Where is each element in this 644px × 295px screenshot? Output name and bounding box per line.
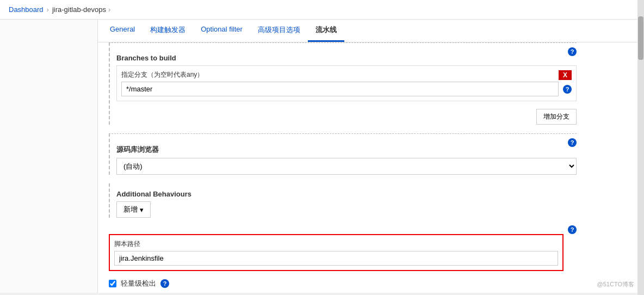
scrollbar-track xyxy=(637,0,644,293)
watermark: @51CTO博客 xyxy=(597,280,634,288)
breadcrumb-separator-1: › xyxy=(47,5,49,14)
new-behaviour-dropdown-arrow: ▾ xyxy=(140,206,144,214)
breadcrumb-project: jira-gitlab-devops › xyxy=(52,5,110,14)
breadcrumb-dashboard[interactable]: Dashboard xyxy=(9,5,44,14)
lightweight-checkout-label[interactable]: 轻量级检出 xyxy=(121,279,156,288)
form-content: Branches to build ? X 指定分支（为空时代表any） ? 增… xyxy=(98,42,587,293)
tab-build-triggers[interactable]: 构建触发器 xyxy=(143,20,193,42)
branch-input[interactable] xyxy=(121,82,559,96)
script-path-inner: 脚本路径 xyxy=(109,225,564,271)
new-behaviour-button[interactable]: 新增 ▾ xyxy=(116,201,151,218)
source-browser-help-icon[interactable]: ? xyxy=(568,138,577,147)
branch-row: X 指定分支（为空时代表any） ? xyxy=(116,65,577,101)
branches-title: Branches to build xyxy=(116,47,176,65)
lightweight-checkout-checkbox[interactable] xyxy=(109,280,116,287)
lightweight-checkout-help-icon[interactable]: ? xyxy=(160,279,169,288)
tab-optional-filter[interactable]: Optional filter xyxy=(193,20,250,42)
tabs-bar: General 构建触发器 Optional filter 高级项目选项 流水线 xyxy=(98,20,644,42)
source-browser-select[interactable]: (自动) xyxy=(116,158,577,175)
scrollbar-thumb[interactable] xyxy=(638,16,643,60)
main-layout: General 构建触发器 Optional filter 高级项目选项 流水线… xyxy=(0,20,644,293)
source-browser-section: 源码库浏览器 ? (自动) xyxy=(109,133,577,175)
lightweight-checkout-row: 轻量级检出 ? xyxy=(109,279,577,288)
tab-general[interactable]: General xyxy=(102,20,143,42)
branches-help-icon[interactable]: ? xyxy=(568,47,577,56)
content-area: General 构建触发器 Optional filter 高级项目选项 流水线… xyxy=(98,20,644,293)
additional-behaviours-section: Additional Behaviours 新增 ▾ xyxy=(109,183,577,218)
script-path-input[interactable] xyxy=(114,251,558,266)
tab-pipeline[interactable]: 流水线 xyxy=(308,20,344,42)
additional-behaviours-title: Additional Behaviours xyxy=(116,183,577,201)
new-behaviour-label: 新增 xyxy=(123,205,138,214)
breadcrumb-bar: Dashboard › jira-gitlab-devops › xyxy=(0,0,644,20)
tab-advanced-options[interactable]: 高级项目选项 xyxy=(250,20,308,42)
source-browser-title: 源码库浏览器 xyxy=(116,138,159,158)
branches-header-row: Branches to build ? xyxy=(116,47,577,65)
script-path-section: 脚本路径 xyxy=(109,234,564,271)
script-path-label: 脚本路径 xyxy=(114,239,558,249)
add-branch-button[interactable]: 增加分支 xyxy=(536,109,577,125)
branch-field-help-icon[interactable]: ? xyxy=(563,85,572,94)
script-path-outer: 脚本路径 ? xyxy=(109,225,577,271)
left-sidebar xyxy=(0,20,98,293)
branch-input-row: ? xyxy=(121,82,572,96)
breadcrumb-separator-2: › xyxy=(108,5,110,14)
source-browser-header-row: 源码库浏览器 ? xyxy=(116,138,577,158)
branch-label: 指定分支（为空时代表any） xyxy=(121,70,572,79)
branches-section: Branches to build ? X 指定分支（为空时代表any） ? 增… xyxy=(109,42,577,125)
script-path-help-icon[interactable]: ? xyxy=(568,225,577,234)
delete-branch-button[interactable]: X xyxy=(559,70,572,80)
clearfix-1: 增加分支 xyxy=(116,106,577,125)
